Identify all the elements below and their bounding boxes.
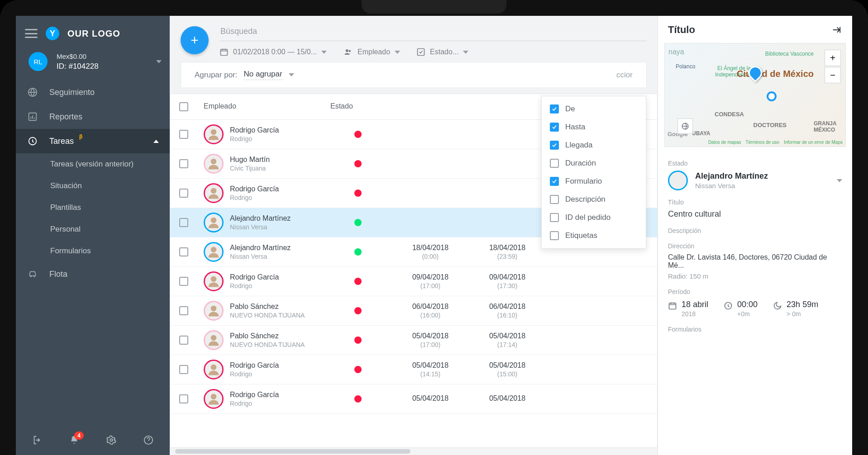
employee-filter[interactable]: Empleado — [343, 48, 400, 56]
table-row[interactable]: Rodrigo GarcíaRodrigo 09/04/2018(17:00) … — [170, 267, 657, 296]
map-attr[interactable]: Términos de uso — [745, 140, 779, 145]
checkbox-icon — [416, 47, 425, 57]
nav-tareas[interactable]: Tareas β — [16, 129, 170, 153]
end-time: (23:59) — [497, 253, 517, 260]
logout-icon[interactable] — [32, 435, 42, 445]
row-checkbox[interactable] — [179, 394, 188, 403]
row-checkbox[interactable] — [179, 306, 188, 315]
col-header-status[interactable]: Estado — [324, 94, 392, 119]
status-dot — [354, 366, 362, 373]
row-checkbox[interactable] — [179, 247, 188, 256]
employee-name: Alejandro Martínez — [230, 244, 291, 252]
help-icon[interactable] — [143, 435, 153, 445]
row-checkbox[interactable] — [179, 336, 188, 345]
checkbox-icon — [550, 141, 559, 150]
task-radius: Radio: 150 m — [668, 272, 842, 280]
status-filter-label: Estado... — [430, 48, 458, 56]
collapse-icon[interactable] — [830, 25, 842, 35]
checkbox-icon — [550, 159, 559, 168]
svg-point-18 — [211, 306, 217, 312]
nav-tareas-old[interactable]: Tareas (versión anterior) — [16, 153, 170, 175]
nav-plantillas[interactable]: Plantillas — [16, 197, 170, 218]
column-option-label: Formulario — [565, 177, 602, 186]
notifications-icon[interactable]: 4 — [69, 435, 79, 445]
status-dot — [354, 307, 362, 314]
table-row[interactable]: Pablo SánchezNUEVO HONDA TIJUANA 06/04/2… — [170, 296, 657, 326]
employee-avatar — [204, 271, 224, 291]
row-checkbox[interactable] — [179, 365, 188, 374]
svg-rect-8 — [221, 49, 228, 55]
employee-name: Pablo Sánchez — [230, 303, 305, 311]
checkbox-icon — [550, 195, 559, 204]
map-globe-button[interactable] — [677, 118, 693, 134]
checkbox-icon — [550, 177, 559, 186]
group-by-select[interactable]: No agrupar — [244, 70, 282, 80]
column-option[interactable]: Llegada — [542, 136, 646, 154]
row-checkbox[interactable] — [179, 277, 188, 286]
column-option[interactable]: De — [542, 100, 646, 118]
nav-personal[interactable]: Personal — [16, 218, 170, 240]
main-content: + 01/02/2018 0:00 — 15/0... Empleado — [170, 16, 658, 455]
svg-rect-4 — [34, 118, 35, 119]
row-checkbox[interactable] — [179, 218, 188, 227]
employee-avatar — [204, 330, 224, 350]
beta-badge: β — [79, 133, 82, 140]
nav-label: Reportes — [49, 112, 82, 122]
nav-formularios[interactable]: Formularios — [16, 240, 170, 262]
end-date: 09/04/2018 — [489, 273, 525, 281]
period-start: 00:00 — [737, 300, 758, 309]
employee-sub: Nissan Versa — [230, 223, 291, 231]
column-option-label: De — [565, 104, 575, 114]
column-option[interactable]: Formulario — [542, 172, 646, 190]
columns-dropdown[interactable]: DeHastaLlegadaDuraciónFormularioDescripc… — [541, 96, 646, 249]
nav-situacion[interactable]: Situación — [16, 175, 170, 197]
select-all-checkbox[interactable] — [179, 102, 188, 111]
svg-rect-3 — [32, 115, 33, 118]
column-option[interactable]: Hasta — [542, 118, 646, 136]
column-option[interactable]: ID del pedido — [542, 209, 646, 227]
nav-flota[interactable]: Flota — [16, 262, 170, 286]
column-option[interactable]: Etiquetas — [542, 227, 646, 245]
column-option-label: Descripción — [565, 195, 606, 204]
col-header-employee[interactable]: Empleado — [197, 94, 324, 119]
menu-toggle[interactable] — [25, 29, 38, 38]
employee-name: Pablo Sánchez — [230, 332, 305, 340]
svg-rect-11 — [418, 49, 424, 56]
chevron-down-icon — [289, 73, 294, 76]
user-block[interactable]: RL Mex$0.00 ID: #104228 — [16, 47, 170, 80]
nav-reportes[interactable]: Reportes — [16, 104, 170, 129]
map[interactable]: naya Polanco El Ángel de la Independenci… — [664, 43, 846, 147]
gear-icon[interactable] — [106, 435, 116, 445]
map-attr[interactable]: Informar de un error de Maps — [784, 140, 843, 145]
end-time: (15:00) — [497, 370, 517, 378]
row-checkbox[interactable] — [179, 130, 188, 139]
map-label: CONDESA — [715, 111, 744, 118]
row-checkbox[interactable] — [179, 159, 188, 168]
assignee-select[interactable]: Alejandro Martínez Nissan Versa — [668, 171, 842, 190]
status-dot — [354, 131, 362, 138]
status-filter[interactable]: Estado... — [416, 47, 468, 57]
horizontal-scrollbar[interactable] — [170, 448, 658, 455]
map-zoom-out[interactable]: − — [825, 67, 841, 83]
column-option[interactable]: Descripción — [542, 190, 646, 209]
svg-point-14 — [211, 188, 217, 194]
field-label-title: Título — [668, 199, 842, 206]
date-range-filter[interactable]: 01/02/2018 0:00 — 15/0... — [219, 47, 327, 57]
row-checkbox[interactable] — [179, 189, 188, 198]
table-row[interactable]: Rodrigo GarcíaRodrigo 05/04/2018 05/04/2… — [170, 384, 657, 414]
table-row[interactable]: Rodrigo GarcíaRodrigo 05/04/2018(14:15) … — [170, 355, 657, 384]
field-label-status: Estado — [668, 160, 842, 167]
employee-sub: Rodrigo — [230, 370, 279, 378]
end-date: 05/04/2018 — [489, 361, 525, 370]
table-row[interactable]: Pablo SánchezNUEVO HONDA TIJUANA 05/04/2… — [170, 326, 657, 355]
add-button[interactable]: + — [181, 26, 209, 54]
map-attr[interactable]: Datos de mapas — [708, 140, 741, 145]
employee-name: Rodrigo García — [230, 273, 279, 281]
status-dot — [354, 395, 362, 403]
nav-seguimiento[interactable]: Seguimiento — [16, 80, 170, 104]
nav-label: Tareas — [49, 137, 74, 146]
column-option[interactable]: Duración — [542, 154, 646, 172]
map-zoom-in[interactable]: + — [825, 50, 841, 66]
chevron-up-icon — [153, 140, 159, 143]
search-input[interactable] — [219, 24, 647, 41]
